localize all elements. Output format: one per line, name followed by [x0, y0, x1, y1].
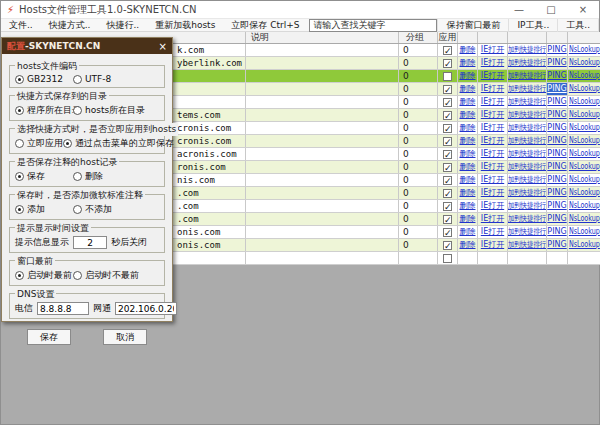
delete-link[interactable]: 删除 — [458, 161, 478, 173]
apply-checkbox[interactable] — [443, 189, 452, 198]
radio-option[interactable]: 删除 — [73, 170, 103, 183]
delete-link[interactable]: 删除 — [458, 83, 478, 95]
add-quick-rank-link[interactable]: 加到快捷排行 — [508, 57, 547, 69]
ie-open-link[interactable]: IE打开 — [478, 109, 508, 121]
radio-icon[interactable] — [15, 205, 24, 214]
save-button[interactable]: 保存 — [27, 329, 71, 345]
radio-icon[interactable] — [15, 172, 24, 181]
nslookup-link[interactable]: NsLookup — [568, 161, 600, 173]
add-quick-rank-link[interactable]: 加到快捷排行 — [508, 213, 547, 225]
ie-open-link[interactable]: IE打开 — [478, 187, 508, 199]
nslookup-link[interactable]: NsLookup — [568, 213, 600, 225]
apply-checkbox[interactable] — [443, 241, 452, 250]
radio-icon[interactable] — [63, 139, 72, 148]
time-seconds-input[interactable] — [73, 236, 107, 249]
apply-checkbox[interactable] — [443, 228, 452, 237]
ie-open-link[interactable]: IE打开 — [478, 174, 508, 186]
delete-link[interactable]: 删除 — [458, 70, 478, 82]
ie-open-link[interactable]: IE打开 — [478, 44, 508, 56]
ie-open-link[interactable]: IE打开 — [478, 70, 508, 82]
ping-link[interactable]: PING — [547, 174, 568, 186]
ie-open-link[interactable]: IE打开 — [478, 135, 508, 147]
radio-option[interactable]: 添加 — [15, 203, 73, 216]
radio-option[interactable]: 通过点击菜单的立即保存 — [63, 137, 174, 150]
radio-icon[interactable] — [15, 139, 24, 148]
nslookup-link[interactable]: NsLookup — [568, 70, 600, 82]
menu-ip-tools[interactable]: IP工具.. — [508, 19, 557, 32]
nslookup-link[interactable]: NsLookup — [568, 122, 600, 134]
apply-checkbox[interactable] — [443, 215, 452, 224]
delete-link[interactable]: 删除 — [458, 44, 478, 56]
radio-option[interactable]: hosts所在目录 — [73, 104, 145, 117]
add-quick-rank-link[interactable]: 加到快捷排行 — [508, 226, 547, 238]
add-quick-rank-link[interactable]: 加到快捷排行 — [508, 174, 547, 186]
delete-link[interactable]: 删除 — [458, 187, 478, 199]
ping-link[interactable]: PING — [547, 122, 568, 134]
apply-checkbox[interactable] — [443, 124, 452, 133]
delete-link[interactable]: 删除 — [458, 200, 478, 212]
ie-open-link[interactable]: IE打开 — [478, 96, 508, 108]
add-quick-rank-link[interactable]: 加到快捷排行 — [508, 187, 547, 199]
nslookup-link[interactable]: NsLookup — [568, 239, 600, 251]
dialog-close-icon[interactable]: × — [159, 41, 167, 52]
apply-checkbox[interactable] — [443, 72, 452, 81]
add-quick-rank-link[interactable]: 加到快捷排行 — [508, 70, 547, 82]
ping-link[interactable]: PING — [547, 200, 568, 212]
radio-icon[interactable] — [15, 75, 24, 84]
ping-link[interactable]: PING — [547, 70, 568, 82]
apply-checkbox[interactable] — [443, 254, 452, 263]
delete-link[interactable]: 删除 — [458, 122, 478, 134]
ie-open-link[interactable]: IE打开 — [478, 213, 508, 225]
nslookup-link[interactable]: NsLookup — [568, 96, 600, 108]
apply-checkbox[interactable] — [443, 85, 452, 94]
ie-open-link[interactable]: IE打开 — [478, 239, 508, 251]
ie-open-link[interactable]: IE打开 — [478, 161, 508, 173]
delete-link[interactable]: 删除 — [458, 239, 478, 251]
apply-checkbox[interactable] — [443, 163, 452, 172]
delete-link[interactable]: 删除 — [458, 57, 478, 69]
apply-checkbox[interactable] — [443, 59, 452, 68]
radio-option[interactable]: 立即应用 — [15, 137, 63, 150]
ping-link[interactable]: PING — [547, 226, 568, 238]
delete-link[interactable]: 删除 — [458, 174, 478, 186]
menu-shortcuts[interactable]: 快捷方式.. — [41, 19, 99, 32]
add-quick-rank-link[interactable]: 加到快捷排行 — [508, 148, 547, 160]
ping-link[interactable]: PING — [547, 44, 568, 56]
radio-option[interactable]: 保存 — [15, 170, 73, 183]
nslookup-link[interactable]: NsLookup — [568, 135, 600, 147]
cancel-button[interactable]: 取消 — [103, 329, 147, 345]
delete-link[interactable]: 删除 — [458, 109, 478, 121]
menu-quick-actions[interactable]: 快捷行.. — [98, 19, 147, 32]
delete-link[interactable]: 删除 — [458, 148, 478, 160]
nslookup-link[interactable]: NsLookup — [568, 148, 600, 160]
ping-link[interactable]: PING — [547, 96, 568, 108]
minimize-icon[interactable]: — — [503, 1, 535, 19]
add-quick-rank-link[interactable]: 加到快捷排行 — [508, 161, 547, 173]
add-quick-rank-link[interactable]: 加到快捷排行 — [508, 83, 547, 95]
ping-link[interactable]: PING — [547, 109, 568, 121]
radio-option[interactable]: GB2312 — [15, 74, 73, 84]
nslookup-link[interactable]: NsLookup — [568, 57, 600, 69]
delete-link[interactable]: 删除 — [458, 213, 478, 225]
nslookup-link[interactable]: NsLookup — [568, 83, 600, 95]
ie-open-link[interactable]: IE打开 — [478, 200, 508, 212]
apply-checkbox[interactable] — [443, 202, 452, 211]
add-quick-rank-link[interactable]: 加到快捷排行 — [508, 109, 547, 121]
radio-option[interactable]: 不添加 — [73, 203, 112, 216]
dialog-title-bar[interactable]: 配置 -SKYNETCN.CN × — [2, 38, 172, 54]
nslookup-link[interactable]: NsLookup — [568, 187, 600, 199]
ie-open-link[interactable]: IE打开 — [478, 122, 508, 134]
apply-checkbox[interactable] — [443, 176, 452, 185]
add-quick-rank-link[interactable]: 加到快捷排行 — [508, 239, 547, 251]
nslookup-link[interactable]: NsLookup — [568, 200, 600, 212]
ping-link[interactable]: PING — [547, 161, 568, 173]
dns-netcom-input[interactable] — [115, 302, 177, 315]
radio-option[interactable]: UTF-8 — [73, 74, 111, 84]
ie-open-link[interactable]: IE打开 — [478, 148, 508, 160]
nslookup-link[interactable]: NsLookup — [568, 109, 600, 121]
radio-icon[interactable] — [73, 172, 82, 181]
radio-option[interactable]: 启动时最前 — [15, 269, 73, 282]
radio-icon[interactable] — [73, 106, 82, 115]
ping-link[interactable]: PING — [547, 239, 568, 251]
radio-option[interactable]: 程序所在目录 — [15, 104, 73, 117]
